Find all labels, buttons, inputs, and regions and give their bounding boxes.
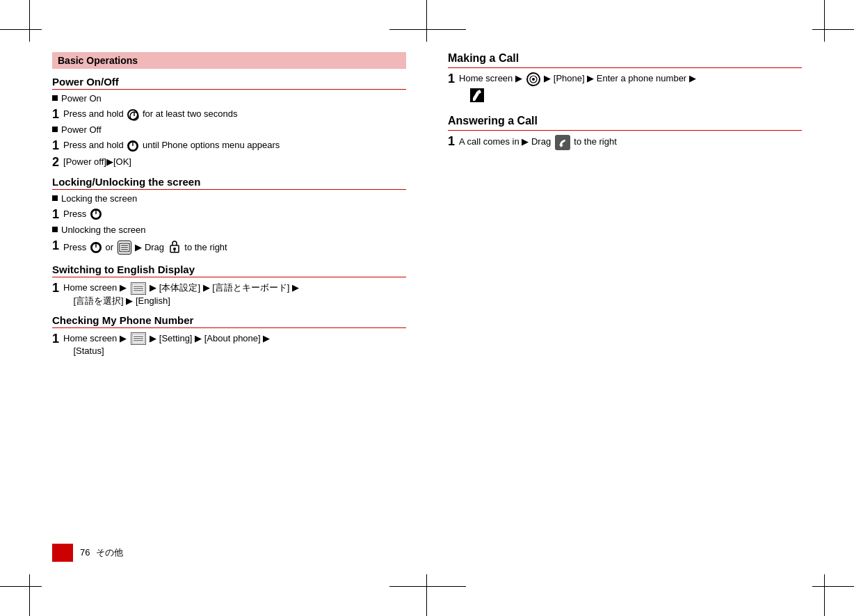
column-divider bbox=[427, 52, 428, 562]
step-power-off-1: 1 Press and hold until Phone options men… bbox=[52, 139, 406, 152]
crop-mark-br-v bbox=[824, 574, 825, 616]
right-column: Making a Call 1 Home screen ▶ ▶ [Phone] … bbox=[427, 52, 802, 564]
section-header-banner: Basic Operations bbox=[52, 52, 406, 69]
step-locking-1: 1 Press bbox=[52, 208, 406, 220]
step-power-off-2: 2 [Power off]▶[OK] bbox=[52, 156, 406, 168]
bullet-locking: Locking the screen bbox=[52, 193, 406, 204]
answering-a-call-title: Answering a Call bbox=[448, 115, 802, 131]
crop-mark-bl-h bbox=[0, 586, 42, 587]
crop-mark-bl-v bbox=[29, 574, 30, 616]
crop-mark-tr-h bbox=[812, 29, 854, 30]
crop-mark-bc-v bbox=[426, 574, 427, 616]
step-phone-number-1: 1 Home screen ▶ ▶ [Setting] ▶ [About pho… bbox=[52, 332, 406, 358]
making-a-call-title: Making a Call bbox=[448, 52, 802, 68]
bullet-unlocking: Unlocking the screen bbox=[52, 225, 406, 235]
subsection-phone-number: Checking My Phone Number bbox=[52, 314, 406, 328]
left-column: Basic Operations Power On/Off Power On 1… bbox=[52, 52, 427, 564]
crop-mark-tr-v bbox=[824, 0, 825, 42]
crop-mark-tc-v bbox=[426, 0, 427, 42]
step-power-on-1: 1 Press and hold for at least two second… bbox=[52, 108, 406, 120]
subsection-power-on-off: Power On/Off bbox=[52, 76, 406, 90]
svg-point-13 bbox=[173, 248, 176, 250]
page-number: 76 その他 bbox=[80, 546, 123, 559]
subsection-locking: Locking/Unlocking the screen bbox=[52, 176, 406, 190]
step-english-1: 1 Home screen ▶ ▶ [本体設定] ▶ [言語とキーボード] ▶ … bbox=[52, 282, 406, 307]
power-button-icon bbox=[127, 109, 138, 120]
step-make-call-1: 1 Home screen ▶ ▶ [Phone] ▶ Enter a phon… bbox=[448, 72, 802, 102]
crop-mark-tl-v bbox=[29, 0, 30, 42]
step-answer-call-1: 1 A call comes in ▶ Drag to the right bbox=[448, 135, 802, 150]
svg-point-24 bbox=[532, 78, 535, 81]
bullet-square-icon-2 bbox=[52, 127, 58, 132]
crop-mark-tc-h bbox=[389, 29, 466, 30]
bullet-square-icon bbox=[52, 95, 58, 101]
step-unlocking-1: 1 Press or bbox=[52, 239, 406, 257]
crop-mark-tl-h bbox=[0, 29, 42, 30]
section-header-text: Basic Operations bbox=[58, 55, 138, 66]
bullet-power-on: Power On bbox=[52, 93, 406, 104]
red-square-marker bbox=[52, 544, 73, 562]
subsection-english-display: Switching to English Display bbox=[52, 264, 406, 277]
bullet-square-icon-4 bbox=[52, 227, 58, 232]
bullet-square-icon-3 bbox=[52, 195, 58, 201]
crop-mark-br-h bbox=[812, 586, 854, 587]
bullet-power-off: Power Off bbox=[52, 124, 406, 135]
page-footer: 76 その他 bbox=[52, 544, 123, 562]
crop-mark-bc-h bbox=[389, 586, 466, 587]
